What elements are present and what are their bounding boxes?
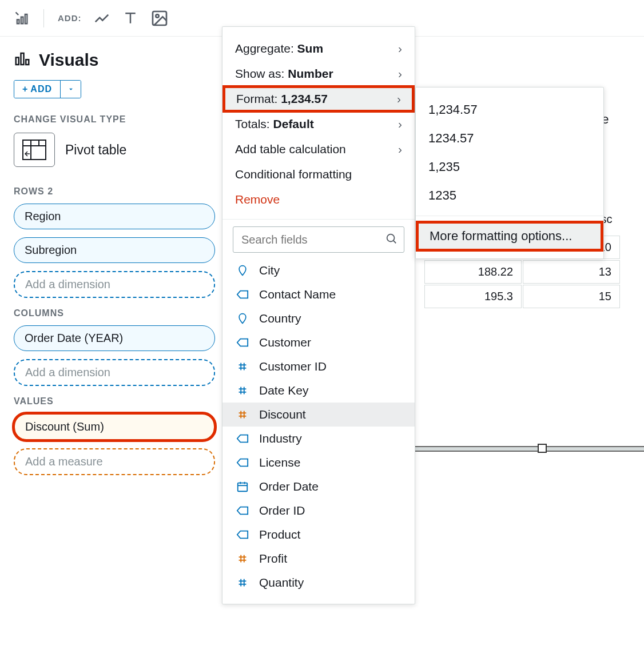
svg-rect-0: [17, 19, 19, 23]
menu-format[interactable]: Format: 1,234.57 ›: [224, 86, 414, 112]
chevron-right-icon: ›: [397, 92, 401, 106]
analysis-icon[interactable]: [14, 10, 30, 26]
field-profit[interactable]: Profit: [222, 547, 415, 571]
menu-show-as[interactable]: Show as: Number ›: [222, 61, 415, 86]
svg-rect-1: [21, 17, 23, 23]
field-contact-name[interactable]: Contact Name: [222, 282, 415, 306]
add-text-icon[interactable]: [122, 10, 139, 27]
value-placeholder[interactable]: Add a measure: [14, 448, 215, 475]
dim-field-icon: [235, 433, 250, 444]
field-industry[interactable]: Industry: [222, 427, 415, 451]
value-field-discount[interactable]: Discount (Sum): [14, 413, 215, 440]
format-option-2[interactable]: 1,235: [416, 153, 603, 181]
geo-field-icon: [235, 264, 250, 277]
column-placeholder[interactable]: Add a dimension: [14, 359, 215, 386]
field-label: Date Key: [259, 384, 308, 397]
visual-type-name: Pivot table: [65, 142, 126, 158]
field-label: City: [259, 264, 280, 277]
field-label: Contact Name: [259, 288, 336, 301]
field-order-date[interactable]: Order Date: [222, 475, 415, 499]
dim-field-icon: [235, 505, 250, 516]
chevron-right-icon: ›: [398, 42, 402, 55]
svg-rect-6: [21, 53, 24, 65]
format-more-options[interactable]: More formatting options...: [417, 222, 602, 250]
svg-rect-2: [25, 14, 27, 23]
svg-point-12: [387, 234, 395, 242]
format-submenu: 1,234.57 1234.57 1,235 1235 More formatt…: [415, 87, 604, 259]
field-label: Order Date: [259, 480, 319, 493]
field-country[interactable]: Country: [222, 306, 415, 330]
field-label: Industry: [259, 432, 302, 445]
dim-field-icon: [235, 289, 250, 300]
chevron-right-icon: ›: [398, 142, 402, 156]
visuals-icon: [14, 50, 31, 70]
separator: [43, 9, 44, 27]
field-order-id[interactable]: Order ID: [222, 499, 415, 523]
add-visual-group: + ADD: [14, 80, 81, 98]
field-license[interactable]: License: [222, 451, 415, 475]
column-field-order-date[interactable]: Order Date (YEAR): [14, 325, 215, 351]
panel-title: Visuals: [39, 50, 99, 70]
columns-label: COLUMNS: [14, 308, 215, 318]
add-line-chart-icon[interactable]: [93, 10, 110, 27]
num-field-icon: [235, 360, 250, 373]
num-field-icon: [235, 576, 250, 589]
add-visual-button[interactable]: + ADD: [14, 81, 60, 98]
rows-label: ROWS 2: [14, 186, 215, 197]
field-discount[interactable]: Discount: [222, 403, 415, 427]
field-customer-id[interactable]: Customer ID: [222, 355, 415, 379]
field-customer[interactable]: Customer: [222, 330, 415, 355]
field-label: Product: [259, 528, 300, 541]
mea-field-icon: [235, 552, 250, 565]
separator: [222, 219, 415, 220]
visual-type-selector[interactable]: Pivot table: [14, 133, 215, 167]
date-field-icon: [235, 480, 250, 493]
plus-icon: +: [22, 84, 28, 94]
search-fields-input[interactable]: [233, 226, 404, 253]
field-quantity[interactable]: Quantity: [222, 571, 415, 595]
values-label: VALUES: [14, 396, 215, 407]
chevron-right-icon: ›: [398, 67, 402, 81]
format-option-0[interactable]: 1,234.57: [416, 95, 603, 124]
menu-calc[interactable]: Add table calculation ›: [222, 137, 415, 162]
geo-field-icon: [235, 312, 250, 325]
scroll-handle[interactable]: [538, 444, 547, 453]
field-label: License: [259, 456, 300, 469]
add-label: ADD:: [58, 13, 82, 23]
menu-aggregate[interactable]: Aggregate: Sum ›: [222, 36, 415, 61]
chevron-right-icon: ›: [398, 117, 402, 131]
search-icon: [385, 232, 397, 247]
row-placeholder[interactable]: Add a dimension: [14, 271, 215, 298]
field-label: Order ID: [259, 504, 305, 517]
add-visual-dropdown[interactable]: [60, 81, 81, 98]
add-button-label: ADD: [30, 84, 52, 94]
field-date-key[interactable]: Date Key: [222, 379, 415, 403]
field-product[interactable]: Product: [222, 523, 415, 547]
visuals-panel: Visuals + ADD CHANGE VISUAL TYPE Pivot t…: [0, 37, 229, 483]
dim-field-icon: [235, 457, 250, 468]
field-city[interactable]: City: [222, 258, 415, 282]
mea-field-icon: [235, 408, 250, 421]
field-label: Country: [259, 312, 301, 325]
svg-rect-5: [16, 58, 19, 65]
field-label: Customer: [259, 336, 311, 349]
field-label: Quantity: [259, 576, 304, 590]
row-field-region[interactable]: Region: [14, 204, 215, 229]
format-option-3[interactable]: 1235: [416, 181, 603, 210]
field-context-menu: Aggregate: Sum › Show as: Number › Forma…: [222, 26, 415, 604]
field-label: Profit: [259, 552, 287, 566]
dim-field-icon: [235, 529, 250, 540]
menu-totals[interactable]: Totals: Default ›: [222, 112, 415, 137]
svg-rect-7: [26, 59, 29, 65]
field-label: Customer ID: [259, 360, 327, 373]
svg-rect-8: [23, 140, 46, 160]
add-image-icon[interactable]: [150, 9, 169, 27]
dim-field-icon: [235, 337, 250, 348]
menu-remove[interactable]: Remove: [222, 187, 415, 212]
row-field-subregion[interactable]: Subregion: [14, 237, 215, 263]
scroll-track[interactable]: [415, 446, 644, 452]
field-label: Discount: [259, 408, 306, 421]
separator: [416, 216, 603, 216]
menu-cond-format[interactable]: Conditional formatting: [222, 162, 415, 187]
format-option-1[interactable]: 1234.57: [416, 124, 603, 153]
